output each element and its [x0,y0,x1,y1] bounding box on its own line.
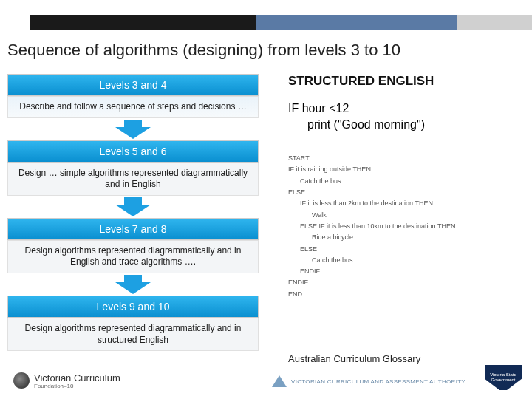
code-line: IF hour <12 [288,100,525,117]
shield-text: Victoria State Government [485,372,522,382]
triangle-icon [272,375,287,387]
levels-column: Levels 3 and 4 Describe and follow a seq… [7,74,259,354]
arrow-icon [7,197,259,218]
structured-english-code: IF hour <12 print ("Good morning") [288,100,525,132]
page-title: Sequence of algorithms (designing) from … [7,41,400,60]
arrow-icon [7,120,259,140]
svg-marker-2 [115,275,151,294]
code-line: START [288,153,525,164]
arrow-icon [7,275,259,296]
code-line: ENDIF [300,266,525,277]
svg-marker-0 [115,120,151,139]
code-line: ELSE IF it is less than 10km to the dest… [300,221,525,232]
vcaa-text: VICTORIAN CURRICULUM AND ASSESSMENT AUTH… [291,378,466,385]
code-line: END [288,289,525,300]
level-head: Levels 7 and 8 [7,218,259,240]
level-head: Levels 5 and 6 [7,140,259,163]
level-body: Design algorithms represented diagrammat… [7,240,259,273]
level-body: Design … simple algorithms represented d… [7,163,259,196]
header-bar [30,15,532,30]
level-block: Levels 3 and 4 Describe and follow a seq… [7,74,259,118]
svg-marker-1 [115,197,151,216]
code-line: ELSE [300,244,525,255]
logo-sub: Foundation–10 [34,383,120,389]
level-head: Levels 3 and 4 [7,74,259,96]
level-head: Levels 9 and 10 [7,296,259,318]
victoria-shield-icon: Victoria State Government [485,365,522,390]
code-line: IF it is raining outside THEN [288,164,525,175]
level-body: Describe and follow a sequence of steps … [7,96,259,118]
code-line: Catch the bus [312,255,525,266]
level-block: Levels 9 and 10 Design algorithms repres… [7,296,259,351]
code-line: Ride a bicycle [312,232,525,243]
logo-name: Victorian Curriculum [34,372,120,383]
level-block: Levels 5 and 6 Design … simple algorithm… [7,140,259,196]
level-block: Levels 7 and 8 Design algorithms represe… [7,218,259,273]
code-line: IF it is less than 2km to the destinatio… [300,198,525,209]
victorian-curriculum-logo: Victorian Curriculum Foundation–10 [13,372,120,389]
right-column: STRUCTURED ENGLISH IF hour <12 print ("G… [288,74,525,300]
pseudocode-block: START IF it is raining outside THEN Catc… [288,153,525,300]
code-line: ELSE [288,187,525,198]
footer: Victorian Curriculum Foundation–10 VICTO… [0,366,532,395]
code-line: print ("Good morning") [307,117,525,133]
vcaa-logo: VICTORIAN CURRICULUM AND ASSESSMENT AUTH… [272,375,466,387]
code-line: Catch the bus [300,176,525,187]
logo-mark-icon [13,372,30,389]
structured-english-heading: STRUCTURED ENGLISH [288,74,525,89]
code-line: ENDIF [288,277,525,288]
level-body: Design algorithms represented diagrammat… [7,318,259,351]
glossary-label: Australian Curriculum Glossary [288,353,420,364]
code-line: Walk [312,210,525,221]
logo-text: Victorian Curriculum Foundation–10 [34,372,120,389]
